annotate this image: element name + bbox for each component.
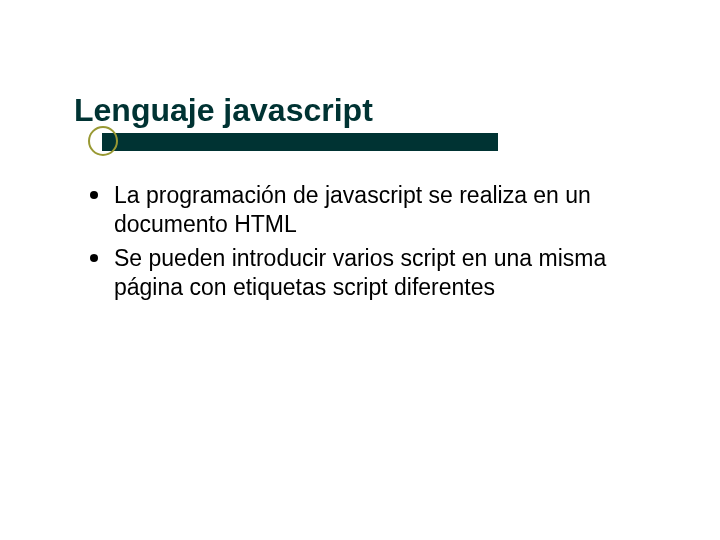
slide-body: La programación de javascript se realiza… — [74, 163, 666, 302]
title-rule — [74, 133, 666, 151]
slide-title: Lenguaje javascript — [74, 92, 666, 129]
slide: Lenguaje javascript La programación de j… — [0, 0, 720, 540]
circle-icon — [88, 126, 118, 156]
bullet-text: Se pueden introducir varios script en un… — [114, 245, 606, 300]
rule-bar — [102, 133, 498, 151]
bullet-list: La programación de javascript se realiza… — [74, 181, 666, 302]
list-item: Se pueden introducir varios script en un… — [82, 244, 666, 302]
bullet-text: La programación de javascript se realiza… — [114, 182, 591, 237]
list-item: La programación de javascript se realiza… — [82, 181, 666, 239]
